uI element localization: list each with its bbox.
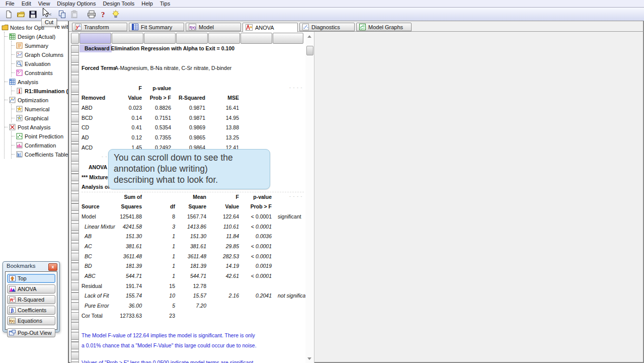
- bookmarks-title[interactable]: Bookmarks: [7, 263, 36, 269]
- removed-row: BCD 0.14 0.7151 0.9871 14.95: [80, 115, 304, 122]
- mouse-cursor: [42, 8, 50, 19]
- tree-item-design[interactable]: Design (Actual): [5, 32, 68, 41]
- optimization-icon: [9, 97, 16, 103]
- menu-bar: File Edit View Display Options Design To…: [0, 0, 644, 8]
- tree-item-optimization[interactable]: Optimization: [5, 95, 68, 104]
- tree-item-confirmation[interactable]: Confirmation: [12, 140, 68, 150]
- anova-heading: ANOVA: [89, 164, 107, 170]
- callout-line: You can scroll down to see the: [114, 152, 265, 163]
- tree-item-coefficients-table[interactable]: Coefficients Table: [12, 150, 68, 159]
- tree-item-post-analysis[interactable]: Post Analysis: [5, 122, 68, 131]
- tree-item-numerical[interactable]: Numerical: [12, 104, 68, 113]
- evaluation-magnifier-icon: [16, 60, 23, 67]
- design-expert-window: File Edit View Display Options Design To…: [0, 0, 644, 363]
- tree-item-evaluation[interactable]: Evaluation: [12, 59, 68, 68]
- instruction-callout: You can scroll down to see the annotatio…: [108, 149, 270, 189]
- help-icon[interactable]: ?: [99, 10, 108, 19]
- graphical-icon: [16, 115, 23, 121]
- column-header-cell[interactable]: [208, 33, 240, 44]
- close-icon[interactable]: x: [48, 263, 57, 271]
- anova-row: ABC 544.71 1 544.71 42.61 < 0.0001: [80, 273, 304, 280]
- tree-item-graph-columns[interactable]: Graph Columns: [12, 50, 68, 59]
- anova-peaks-icon: [9, 286, 16, 292]
- annotation-line: a 0.01% chance that a "Model F-Value" th…: [80, 342, 304, 350]
- tab-anova[interactable]: ANOVA: [243, 23, 298, 32]
- report-scrollbar[interactable]: [305, 32, 314, 363]
- column-header-cell[interactable]: [240, 33, 272, 44]
- menu-display-options[interactable]: Display Options: [53, 0, 99, 7]
- svg-text:?: ?: [101, 11, 105, 19]
- column-header-corner[interactable]: [71, 33, 79, 44]
- anova-row: BD 181.39 1 181.39 14.19 0.0019: [80, 263, 304, 270]
- summary-icon: [16, 42, 23, 49]
- tips-lightbulb-icon[interactable]: [111, 10, 120, 19]
- graph-columns-icon: [16, 51, 23, 58]
- menu-edit[interactable]: Edit: [18, 0, 35, 7]
- open-folder-icon[interactable]: [16, 10, 26, 19]
- removed-table-header1: F p-value - - - -: [80, 85, 304, 93]
- scrollbar-thumb[interactable]: [306, 46, 313, 55]
- menu-file[interactable]: File: [2, 0, 18, 7]
- confirmation-icon: [16, 142, 23, 149]
- model-icon: f(x): [189, 24, 196, 30]
- tab-fit-summary[interactable]: Fit Summary: [129, 23, 184, 31]
- tree-item-notes[interactable]: Notes for Opti re wit: [0, 23, 68, 32]
- print-icon[interactable]: [87, 10, 96, 19]
- anova-row: AC 381.61 1 381.61 29.85 < 0.0001: [80, 243, 304, 251]
- tree-item-response-r1[interactable]: R1:Illumination (A: [12, 86, 68, 95]
- tree-item-graphical[interactable]: Graphical: [12, 113, 68, 122]
- copy-icon[interactable]: [57, 10, 67, 19]
- anova-row-cor-total: Cor Total 12733.63 23: [80, 313, 304, 320]
- scroll-up-arrow-icon[interactable]: [307, 35, 311, 38]
- report-title-row: Backward Elimination Regression with Alp…: [80, 45, 304, 53]
- coefficients-table-icon: [16, 151, 23, 158]
- column-header-cell[interactable]: [144, 33, 176, 44]
- column-header-cell-selected[interactable]: [79, 33, 111, 44]
- annotation-line-partial: Values of "Prob > F" less than 0.0500 in…: [80, 359, 304, 363]
- anova-report-pane[interactable]: Backward Elimination Regression with Alp…: [70, 32, 305, 363]
- tab-transform[interactable]: yλ Transform: [72, 23, 127, 31]
- tree-item-analysis[interactable]: Analysis: [5, 77, 68, 86]
- bookmark-anova-button[interactable]: ANOVA: [7, 284, 55, 294]
- post-analysis-icon: [9, 124, 16, 130]
- paste-icon[interactable]: [69, 10, 79, 19]
- bookmark-equations-button[interactable]: f(x) Equations: [7, 316, 55, 325]
- row-gutter[interactable]: [71, 45, 79, 363]
- bookmark-coefficients-button[interactable]: β^ Coefficients: [7, 306, 55, 315]
- tree-item-constraints[interactable]: Constraints: [12, 68, 68, 77]
- anova-row: AB 151.30 1 151.30 11.84 0.0036: [80, 233, 304, 241]
- tab-model-graphs[interactable]: Model Graphs: [356, 23, 412, 31]
- callout-line: describing what to look for.: [114, 174, 265, 185]
- menu-help[interactable]: Help: [138, 0, 156, 7]
- menu-view[interactable]: View: [35, 0, 54, 7]
- response-icon: [16, 88, 23, 94]
- tab-model[interactable]: f(x) Model: [186, 23, 241, 31]
- bookmark-r-squared-button[interactable]: R2 R-Squared: [7, 295, 55, 304]
- anova-row: Linear Mixtur 4241.58 3 1413.86 110.61 <…: [80, 224, 304, 231]
- bookmark-pop-out-view-button[interactable]: Pop-Out View: [7, 328, 55, 337]
- forced-terms-row: Forced Terms A-Magnesium, B-Na nitrate, …: [80, 65, 304, 72]
- scroll-down-arrow-icon[interactable]: [307, 357, 311, 360]
- menu-design-tools[interactable]: Design Tools: [99, 0, 138, 7]
- removed-row: CD 0.41 0.5354 0.9869 13.88: [80, 124, 304, 132]
- removed-row: ABD 0.023 0.8826 0.9871 16.41: [80, 105, 304, 112]
- save-icon[interactable]: [28, 10, 38, 19]
- anova-row-residual: Residual 191.74 15 12.78: [80, 283, 304, 291]
- column-header-cell[interactable]: [273, 33, 303, 44]
- r-squared-icon: R2: [9, 297, 16, 303]
- column-header-cell[interactable]: [176, 33, 208, 44]
- tab-diagnostics[interactable]: Diagnostics: [299, 23, 355, 31]
- column-header-cell[interactable]: [112, 33, 143, 44]
- anova-row: BC 3611.48 1 3611.48 282.53 < 0.0001: [80, 253, 304, 261]
- menu-tips[interactable]: Tips: [156, 0, 174, 7]
- tree-item-summary[interactable]: Summary: [12, 41, 68, 50]
- svg-text:f(x): f(x): [10, 319, 15, 323]
- tree-item-label: Notes for Opti: [10, 24, 44, 31]
- tree-item-point-prediction[interactable]: Point Prediction: [12, 131, 68, 140]
- svg-text:f(x): f(x): [190, 25, 196, 30]
- transform-icon: yλ: [75, 24, 82, 30]
- bookmark-top-button[interactable]: Top: [7, 274, 55, 283]
- analysis-tab-strip: yλ Transform Fit Summary f(x) Model ANOV…: [72, 23, 412, 32]
- new-document-icon[interactable]: [4, 10, 14, 19]
- constraints-icon: [16, 69, 23, 76]
